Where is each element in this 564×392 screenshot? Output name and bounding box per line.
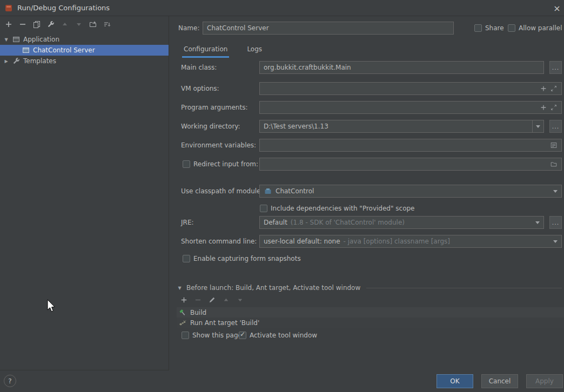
activate-tool-window-checkbox-group: Activate tool window	[239, 330, 317, 341]
remove-task-button[interactable]	[192, 294, 203, 306]
working-directory-browse-button[interactable]: ...	[549, 120, 562, 133]
hammer-icon	[178, 308, 187, 317]
move-task-down-button[interactable]	[234, 294, 245, 306]
configurations-tree: ▼ Application ChatControl Server ▶ Templ…	[0, 32, 169, 66]
minus-icon	[194, 296, 202, 304]
before-launch-options-row: Show this page Activate tool window	[170, 330, 564, 341]
ant-icon	[178, 319, 187, 327]
cancel-button[interactable]: Cancel	[481, 374, 518, 388]
tree-item-label: Templates	[23, 57, 56, 65]
tree-item-label: ChatControl Server	[33, 46, 95, 54]
task-label: Build	[190, 309, 206, 316]
allow-parallel-checkbox[interactable]	[508, 24, 515, 32]
move-up-button[interactable]	[58, 18, 72, 30]
jre-label: JRE:	[181, 216, 194, 229]
ok-button[interactable]: OK	[437, 374, 473, 388]
apply-button[interactable]: Apply	[526, 374, 563, 388]
dialog-title: Run/Debug Configurations	[17, 4, 110, 12]
chevron-down-icon[interactable]: ▼	[3, 37, 9, 42]
plus-icon	[180, 296, 188, 304]
sort-configurations-button[interactable]	[100, 18, 114, 30]
redirect-input-checkbox[interactable]	[183, 160, 190, 168]
capture-snapshots-checkbox[interactable]	[183, 255, 190, 262]
chevron-right-icon[interactable]: ▶	[3, 59, 9, 64]
module-icon	[264, 187, 272, 195]
show-this-page-checkbox[interactable]	[182, 332, 189, 339]
allow-parallel-label: Allow parallel ru	[519, 24, 564, 32]
provided-scope-row: Include dependencies with "Provided" sco…	[170, 203, 564, 214]
provided-scope-checkbox[interactable]	[260, 205, 267, 212]
task-row-ant-target[interactable]: Run Ant target 'Build'	[177, 317, 564, 328]
program-arguments-label: Program arguments:	[181, 101, 247, 114]
separator-line	[366, 288, 562, 288]
arrow-down-icon	[236, 296, 244, 304]
vm-options-input[interactable]	[259, 82, 562, 95]
tab-configuration[interactable]: Configuration	[182, 42, 229, 58]
close-button[interactable]: ×	[551, 2, 563, 14]
tree-item-templates[interactable]: ▶ Templates	[0, 56, 169, 66]
plus-icon	[4, 20, 13, 29]
new-folder-button[interactable]	[86, 18, 100, 30]
vm-options-row: VM options:	[170, 82, 564, 95]
wrench-icon	[12, 57, 21, 65]
jre-hint: (1.8 - SDK of 'ChatControl' module)	[291, 219, 405, 226]
run-configuration-icon	[22, 46, 30, 55]
plus-icon[interactable]	[540, 85, 547, 92]
chevron-down-icon[interactable]	[535, 221, 540, 224]
dialog-icon	[4, 4, 13, 12]
before-launch-header[interactable]: ▼ Before launch: Build, Ant target, Acti…	[177, 283, 562, 292]
add-configuration-button[interactable]	[2, 18, 16, 30]
program-arguments-input[interactable]	[259, 101, 562, 114]
before-launch-task-list: Build Run Ant target 'Build'	[177, 307, 564, 328]
move-task-up-button[interactable]	[220, 294, 231, 306]
use-classpath-combobox[interactable]: ChatControl	[259, 185, 562, 198]
copy-icon	[32, 20, 41, 29]
shorten-command-line-combobox[interactable]: user-local default: none - java [options…	[259, 235, 562, 248]
help-button[interactable]: ?	[4, 375, 16, 387]
redirect-input-field[interactable]	[259, 158, 562, 171]
browse-variables-icon[interactable]	[550, 141, 558, 149]
tree-item-label: Application	[23, 36, 59, 43]
field-icons	[540, 104, 558, 111]
add-task-button[interactable]	[178, 294, 189, 306]
main-class-input[interactable]	[259, 61, 544, 74]
copy-configuration-button[interactable]	[30, 18, 44, 30]
task-row-build[interactable]: Build	[177, 307, 564, 317]
share-checkbox[interactable]	[474, 24, 482, 32]
move-down-button[interactable]	[72, 18, 86, 30]
main-class-browse-button[interactable]: ...	[549, 61, 562, 74]
jre-browse-button[interactable]: ...	[549, 216, 562, 229]
activate-tool-window-checkbox[interactable]	[239, 332, 246, 339]
plus-icon[interactable]	[540, 104, 547, 111]
name-input[interactable]	[203, 22, 454, 35]
environment-variables-row: Environment variables:	[170, 139, 564, 152]
field-icons	[550, 160, 558, 168]
expand-icon[interactable]	[550, 104, 558, 111]
chevron-down-icon[interactable]: ▼	[177, 286, 183, 290]
working-directory-combobox[interactable]: D:\Test servers\1.13	[259, 120, 544, 133]
expand-icon[interactable]	[550, 85, 558, 92]
edit-templates-button[interactable]	[44, 18, 58, 30]
tree-item-chatcontrol-server[interactable]: ChatControl Server	[0, 45, 169, 56]
tab-logs[interactable]: Logs	[245, 42, 264, 58]
folder-icon[interactable]	[550, 160, 558, 168]
name-row: Name: Share Allow parallel ru	[170, 22, 564, 35]
environment-variables-input[interactable]	[259, 139, 562, 152]
tree-item-application[interactable]: ▼ Application	[0, 34, 169, 45]
jre-combobox[interactable]: Default (1.8 - SDK of 'ChatControl' modu…	[259, 216, 544, 229]
capture-snapshots-checkbox-group: Enable capturing form snapshots	[183, 253, 301, 264]
before-launch-title: Before launch: Build, Ant target, Activa…	[186, 284, 360, 292]
edit-task-button[interactable]	[206, 294, 217, 306]
shorten-command-line-label: Shorten command line:	[181, 235, 257, 248]
arrow-up-icon	[222, 296, 230, 304]
allow-parallel-checkbox-group: Allow parallel ru	[508, 23, 564, 33]
chevron-down-icon[interactable]	[553, 190, 558, 193]
new-folder-icon	[89, 20, 97, 29]
remove-configuration-button[interactable]	[16, 18, 30, 30]
combo-dropdown-button[interactable]	[532, 120, 543, 132]
share-checkbox-group: Share	[474, 23, 504, 33]
shorten-command-line-row: Shorten command line: user-local default…	[170, 235, 564, 248]
redirect-input-checkbox-group: Redirect input from:	[183, 159, 258, 170]
chevron-down-icon[interactable]	[553, 240, 558, 243]
jre-value: Default	[264, 219, 287, 226]
